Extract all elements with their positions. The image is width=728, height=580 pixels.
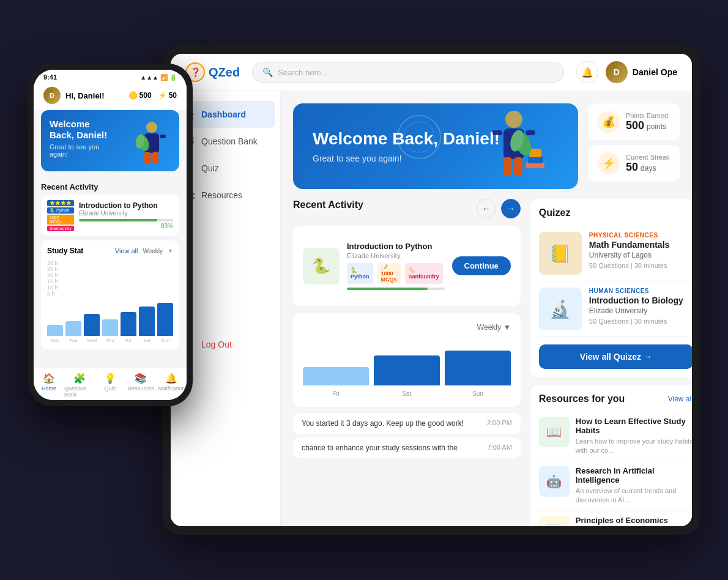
phone-nav-quiz-label: Quiz <box>105 385 116 392</box>
phone-recent-title: Recent Activity <box>34 177 187 195</box>
quiz-university-1: University of Lagos <box>589 251 692 259</box>
svg-rect-18 <box>152 152 158 164</box>
continue-button[interactable]: Continue <box>452 256 511 275</box>
phone-header: D Hi, Daniel! 🟡 500 ⚡ 50 <box>34 83 187 110</box>
streak-info: Current Streak 50 days <box>626 154 670 174</box>
sidebar-label-question-bank: Question Bank <box>201 136 258 146</box>
quiz-category-1: PHYSICAL SCIENCES <box>589 232 692 239</box>
resources-section: Resources for you View all 📖 How to Lear… <box>530 385 692 526</box>
phone-chart-view-all[interactable]: View all <box>115 247 138 255</box>
quiz-meta-1: 50 Questions | 30 minutes <box>589 262 692 269</box>
svg-point-12 <box>404 122 434 152</box>
notification-button[interactable]: 🔔 <box>576 61 598 83</box>
phone-label-mon: Mon <box>47 338 63 343</box>
next-arrow[interactable]: → <box>501 199 521 218</box>
resource-thumb-3: 📊 <box>539 516 570 526</box>
phone-nav-question-bank[interactable]: 🧩 Question Bank <box>64 373 95 398</box>
notification-time-2: 7:00 AM <box>488 444 512 451</box>
quiz-meta-2: 50 Questions | 30 minutes <box>589 318 692 325</box>
svg-point-0 <box>505 111 522 128</box>
prev-arrow[interactable]: ← <box>477 199 496 218</box>
logo: ❓ QZed <box>185 62 240 82</box>
phone-status-icons: ▲▲▲ 📶 🔋 <box>140 74 177 81</box>
view-all-quizzes-button[interactable]: View all Quizez → <box>539 344 692 369</box>
quizzes-title: Quizez <box>539 207 692 218</box>
streak-unit: days <box>641 164 656 173</box>
phone-points-icon: 🟡 <box>128 91 138 100</box>
activity-progress-fill <box>347 288 428 290</box>
chart-bar-sun <box>445 351 511 385</box>
tag-sanfoundry-mini: Sanfoundry <box>47 226 74 231</box>
welcome-banner: Welcome Back, Daniel! Great to see you a… <box>293 103 578 189</box>
chart-label-sun: Sun <box>445 390 511 397</box>
search-bar[interactable]: 🔍 Search here... <box>252 62 564 83</box>
svg-rect-3 <box>526 130 535 135</box>
tag-mcq: 📝 1000 MCQs <box>377 263 401 284</box>
phone-nav-notification[interactable]: 🔔 Notification <box>156 373 187 398</box>
phone-y-labels: 30 h25 h20 h15 h10 h5 h <box>47 260 173 297</box>
phone-activity-tags: ⭐⭐⭐⭐ 🐍 Python 1000 MCQs Sanfoundry <box>47 200 74 231</box>
resource-thumb-2: 🤖 <box>539 466 570 497</box>
notification-text-2: chance to enhance your study sessions wi… <box>302 444 458 452</box>
phone-label-fri: Fri <box>121 338 136 343</box>
user-name: Daniel Ope <box>633 67 677 77</box>
sidebar-label-dashboard: Dashboard <box>201 110 246 119</box>
sidebar-label-resources: Resources <box>201 190 242 200</box>
phone-chart-filter[interactable]: Weekly <box>143 248 163 255</box>
phone-chart-controls: View all Weekly ▼ <box>115 247 173 255</box>
tag-brand: 🏷️ Sanfoundry <box>405 263 443 284</box>
phone-activity-thumb: ⭐⭐⭐⭐ 🐍 Python 1000 MCQs Sanfoundry <box>47 202 74 229</box>
resource-thumb-1: 📖 <box>539 417 570 447</box>
chart-header: Weekly ▼ <box>303 323 511 332</box>
tablet-screen: ❓ QZed 🔍 Search here... 🔔 D Daniel Ope <box>171 54 692 526</box>
logo-text: QZed <box>209 65 240 80</box>
phone-label-thu: Thu <box>102 338 118 343</box>
phone-notif-icon: 🔔 <box>165 373 177 384</box>
tag-mcq-mini: 1000 MCQs <box>47 215 74 225</box>
chart-filter-label: Weekly <box>477 323 501 332</box>
search-placeholder: Search here... <box>278 68 328 77</box>
phone-chart-bars <box>47 299 173 336</box>
points-icon: 💰 <box>598 111 620 133</box>
svg-rect-17 <box>144 152 150 164</box>
right-section: Quizez 📒 PHYSICAL SCIENCES Math Fundamen… <box>530 199 692 526</box>
activity-card: 🐍 Introduction to Python Elizade Univers… <box>293 226 521 306</box>
chart-bars <box>303 339 511 388</box>
tag-stars: ⭐⭐⭐⭐ <box>47 200 74 206</box>
activity-item: 🐍 Introduction to Python Elizade Univers… <box>303 236 511 296</box>
phone-points-value: 500 <box>139 91 152 100</box>
sidebar-label-quiz: Quiz <box>201 163 219 173</box>
phone-activity-info: Introduction to Python Elizade Universit… <box>79 201 173 229</box>
notification-time-1: 2:00 PM <box>487 419 512 426</box>
phone-chart-section: Study Stat View all Weekly ▼ 30 h25 h20 … <box>41 240 179 349</box>
quiz-item-1: 📒 PHYSICAL SCIENCES Math Fundamentals Un… <box>539 226 692 281</box>
phone: 9:41 ▲▲▲ 📶 🔋 D Hi, Daniel! 🟡 <box>28 64 193 406</box>
notification-text-1: You started it 3 days ago. Keep up the g… <box>302 419 464 428</box>
quiz-info-1: PHYSICAL SCIENCES Math Fundamentals Univ… <box>589 232 692 275</box>
chart-filter[interactable]: Weekly ▼ <box>477 323 511 332</box>
phone-banner-text: Welcome Back, Daniel! Great to see you a… <box>50 119 116 158</box>
phone-nav-resources[interactable]: 📚 Resources <box>125 373 156 398</box>
device-wrapper: ❓ QZed 🔍 Search here... 🔔 D Daniel Ope <box>28 27 700 553</box>
phone-greeting: D Hi, Daniel! <box>43 87 105 104</box>
phone-progress-text: 83% <box>79 223 173 229</box>
phone-nav-home[interactable]: 🏠 Home <box>34 373 64 398</box>
activity-item-title: Introduction to Python <box>347 242 445 251</box>
top-row: Welcome Back, Daniel! Great to see you a… <box>293 103 680 189</box>
resource-info-1: How to Learn Effective Study Habits Lear… <box>576 417 692 456</box>
signal-icon: ▲▲▲ <box>140 74 158 81</box>
notification-item-1: You started it 3 days ago. Keep up the g… <box>293 413 521 434</box>
points-unit: points <box>647 122 666 131</box>
resources-view-all-link[interactable]: View all <box>668 395 692 403</box>
resources-title: Resources for you <box>539 393 625 404</box>
phone-chart-labels: Mon Tue Wed Thu Fri Sat Sun <box>47 338 173 343</box>
activity-info: Introduction to Python Elizade Universit… <box>347 242 445 290</box>
phone-notch-area: 9:41 ▲▲▲ 📶 🔋 <box>34 70 187 83</box>
notifications-list: You started it 3 days ago. Keep up the g… <box>293 413 521 458</box>
streak-label: Current Streak <box>626 154 670 161</box>
svg-rect-5 <box>514 157 522 176</box>
header-right: 🔔 D Daniel Ope <box>576 61 677 83</box>
phone-banner-sub: Great to see you again! <box>50 143 116 158</box>
phone-nav-quiz[interactable]: 💡 Quiz <box>95 373 125 398</box>
tag-python: 🐍 Python <box>347 263 373 284</box>
